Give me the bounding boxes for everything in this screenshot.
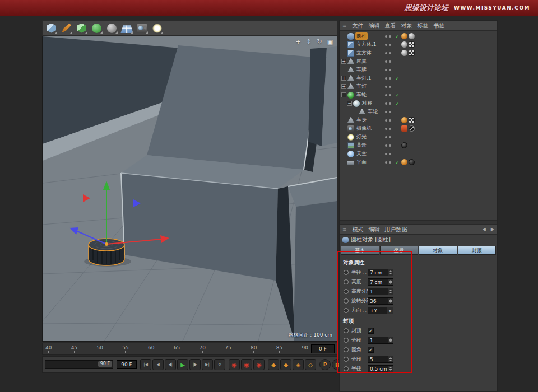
visibility-dot[interactable] — [389, 60, 391, 63]
texture-tag-icon[interactable] — [409, 41, 415, 48]
object-row[interactable]: 灯光 — [340, 133, 497, 141]
tab-坐标[interactable]: 坐标 — [380, 246, 419, 255]
object-row[interactable]: 天空 — [340, 150, 497, 158]
toolbar-cube-button[interactable] — [44, 21, 58, 35]
rotate-icon[interactable]: ↻ — [316, 38, 323, 46]
viewport[interactable]: +↕↻▣ 网格间距 : 100 cm — [42, 36, 337, 342]
stepper-arrows[interactable] — [388, 279, 393, 285]
visibility-dot[interactable] — [389, 102, 391, 105]
enable-check-icon[interactable]: ✓ — [393, 76, 401, 81]
visibility-dot[interactable] — [389, 52, 391, 54]
menu-item-文件[interactable]: 文件 — [353, 22, 364, 30]
value-field[interactable]: 0.5 cm — [368, 365, 393, 372]
visibility-dot[interactable] — [385, 35, 387, 38]
stepper-down-icon[interactable] — [389, 360, 392, 361]
record-scale-button[interactable]: ◉ — [241, 359, 252, 370]
stepper-arrows[interactable] — [388, 269, 393, 276]
object-row[interactable]: 圆柱✓ — [340, 32, 497, 40]
toolbar-environment-button[interactable] — [120, 21, 134, 35]
toolbar-camera-button[interactable] — [135, 21, 149, 35]
visibility-dot[interactable] — [389, 86, 391, 88]
dolly-icon[interactable]: ↕ — [305, 38, 313, 46]
compositing-tag-icon[interactable] — [409, 159, 415, 165]
expander-icon[interactable]: + — [341, 84, 346, 89]
visibility-dot[interactable] — [389, 161, 391, 164]
visibility-dot[interactable] — [385, 44, 387, 46]
menu-item-编辑[interactable]: 编辑 — [369, 22, 380, 30]
tab-封顶[interactable]: 封顶 — [458, 246, 497, 255]
timeline-range-slider[interactable]: 90 F — [45, 360, 113, 369]
visibility-dot[interactable] — [389, 153, 391, 155]
viewport-canvas[interactable] — [43, 36, 337, 341]
record-position-button[interactable]: ◉ — [229, 359, 240, 370]
autokey-button[interactable]: ◆ — [280, 359, 291, 370]
stepper-down-icon[interactable] — [389, 340, 392, 342]
object-row[interactable]: 车牌 — [340, 66, 497, 74]
menu-item-用户数据[interactable]: 用户数据 — [385, 226, 407, 234]
view-toggle-icon[interactable]: ▣ — [326, 38, 334, 46]
animation-dot-icon[interactable] — [344, 338, 349, 343]
visibility-dot[interactable] — [385, 52, 387, 54]
animation-dot-icon[interactable] — [344, 298, 349, 304]
panel-prev-arrow[interactable]: ◀ — [483, 227, 486, 232]
panel-grip-icon[interactable]: ≡ — [342, 23, 347, 29]
texture-tag-icon[interactable] — [409, 50, 415, 56]
toolbar-pen-button[interactable] — [59, 21, 73, 35]
value-field[interactable]: 1 — [368, 337, 393, 344]
visibility-dot[interactable] — [385, 60, 387, 63]
visibility-dot[interactable] — [385, 86, 387, 88]
object-row[interactable]: +尾翼 — [340, 57, 497, 66]
visibility-dot[interactable] — [389, 144, 391, 147]
object-row[interactable]: 平面✓ — [340, 158, 497, 166]
visibility-dot[interactable] — [389, 136, 391, 138]
enable-check-icon[interactable]: ✓ — [393, 160, 401, 165]
keyframe-selection-button[interactable]: ◈ — [293, 359, 304, 370]
animation-dot-icon[interactable] — [344, 357, 349, 362]
object-row[interactable]: −车轮✓ — [340, 91, 497, 99]
stepper-down-icon[interactable] — [389, 282, 392, 284]
animation-dot-icon[interactable] — [344, 347, 349, 352]
value-field[interactable]: 7 cm — [368, 278, 393, 286]
toolbar-light-button[interactable] — [150, 21, 164, 35]
menu-item-模式[interactable]: 模式 — [353, 226, 364, 234]
visibility-dot[interactable] — [385, 128, 387, 130]
expander-icon[interactable]: + — [341, 59, 346, 64]
stepper-up-icon[interactable] — [389, 299, 392, 301]
object-row[interactable]: +车灯 — [340, 82, 497, 91]
object-row[interactable]: 立方体 — [340, 49, 497, 57]
timeline-ruler[interactable]: 4045505560657075808590 0 F — [42, 343, 337, 355]
visibility-dot[interactable] — [389, 77, 391, 80]
stepper-arrows[interactable] — [388, 337, 393, 343]
tab-基本[interactable]: 基本 — [341, 246, 379, 255]
stepper-arrows[interactable] — [388, 298, 393, 304]
phong-tag-icon[interactable] — [401, 41, 407, 48]
visibility-dot[interactable] — [385, 111, 387, 113]
panel-next-arrow[interactable]: ▶ — [491, 227, 494, 232]
visibility-dot[interactable] — [385, 119, 387, 122]
object-row[interactable]: 背景 — [340, 141, 497, 150]
visibility-dot[interactable] — [385, 144, 387, 147]
phong-tag-icon[interactable] — [409, 33, 415, 39]
stepper-up-icon[interactable] — [389, 280, 392, 282]
playback-options-button[interactable]: P — [319, 359, 331, 370]
expander-icon[interactable]: − — [347, 101, 352, 106]
visibility-dot[interactable] — [385, 77, 387, 80]
object-row[interactable]: 车轮 — [340, 108, 497, 116]
stepper-down-icon[interactable] — [389, 292, 392, 293]
expander-icon[interactable]: − — [341, 92, 346, 97]
menu-item-书签[interactable]: 书签 — [434, 22, 445, 30]
object-row[interactable]: −对称✓ — [340, 99, 497, 108]
expander-icon[interactable]: + — [341, 76, 346, 81]
value-field[interactable]: 5 — [368, 356, 393, 363]
menu-item-标签[interactable]: 标签 — [418, 22, 429, 30]
visibility-dot[interactable] — [385, 102, 387, 105]
loop-button[interactable]: ↻ — [214, 359, 225, 370]
visibility-dot[interactable] — [385, 153, 387, 155]
object-row[interactable]: 车身 — [340, 116, 497, 124]
enable-check-icon[interactable]: ✓ — [393, 92, 401, 98]
stepper-arrows[interactable] — [388, 288, 393, 295]
panel-splitter[interactable] — [340, 221, 497, 225]
visibility-dot[interactable] — [389, 35, 391, 38]
stepper-down-icon[interactable] — [389, 273, 392, 274]
stepper-up-icon[interactable] — [389, 290, 392, 291]
